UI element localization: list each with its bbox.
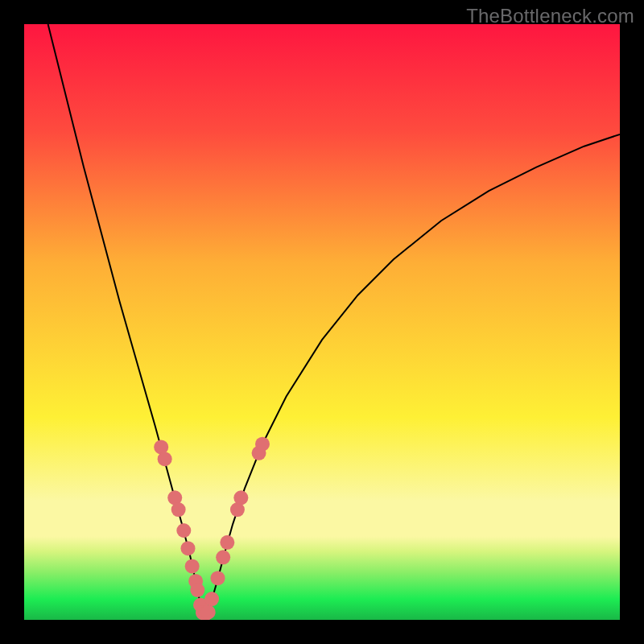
data-point (176, 523, 191, 538)
data-point (190, 583, 204, 597)
chart-frame (24, 24, 620, 620)
data-point (181, 541, 196, 555)
data-point (204, 592, 219, 606)
data-point (211, 571, 225, 585)
data-point (255, 437, 270, 452)
data-point (158, 452, 172, 466)
bottleneck-chart (24, 24, 620, 620)
data-point (185, 559, 200, 573)
data-point (233, 490, 248, 505)
data-point (220, 535, 234, 550)
data-point (171, 502, 186, 517)
data-point (201, 605, 216, 619)
data-point (216, 550, 230, 564)
gradient-background (24, 24, 620, 620)
